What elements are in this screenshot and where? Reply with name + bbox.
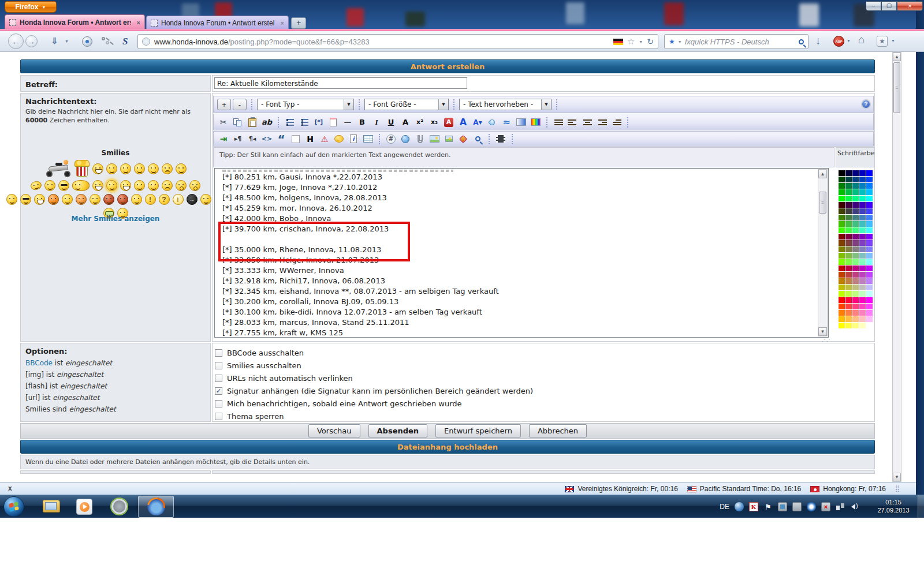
color-swatch[interactable] <box>839 323 845 328</box>
cry-smiley-icon[interactable] <box>162 163 173 174</box>
steam-tray-icon[interactable] <box>735 502 744 511</box>
submit-button[interactable]: Absenden <box>368 424 428 437</box>
scrollbar-thumb[interactable]: ≡ <box>819 192 826 214</box>
color-swatch[interactable] <box>839 291 845 297</box>
color-swatch[interactable] <box>866 291 873 297</box>
color-swatch[interactable] <box>845 227 852 233</box>
lol2-smiley-icon[interactable] <box>34 194 45 205</box>
more-smilies-link[interactable]: Mehr Smilies anzeigen <box>20 215 211 223</box>
tongue-smiley-icon[interactable] <box>176 163 187 174</box>
arrow-smiley-icon[interactable]: → <box>187 194 198 205</box>
offtopic-icon[interactable] <box>333 133 345 145</box>
color-swatch[interactable] <box>839 189 845 195</box>
color-swatch[interactable] <box>852 272 859 278</box>
gradient-icon[interactable] <box>515 117 527 128</box>
color-swatch[interactable] <box>839 285 845 290</box>
color-swatch[interactable] <box>852 177 859 182</box>
color-swatch[interactable] <box>852 246 859 252</box>
cheer-smiley-icon[interactable] <box>92 163 103 174</box>
italic-icon[interactable]: I <box>370 117 383 128</box>
align-right-icon[interactable] <box>595 117 608 128</box>
popcorn-smiley-icon[interactable] <box>74 160 90 177</box>
search-engine-caret-icon[interactable]: ▼ <box>678 40 682 44</box>
color-swatch[interactable] <box>845 291 852 297</box>
url-icon[interactable] <box>399 133 412 145</box>
exclaim-smiley-icon[interactable]: ! <box>145 194 156 205</box>
cool2-smiley-icon[interactable] <box>20 194 31 205</box>
color-swatch[interactable] <box>839 221 845 227</box>
color-swatch[interactable] <box>845 183 852 189</box>
color-swatch[interactable] <box>866 253 873 259</box>
smirk-smiley-icon[interactable] <box>148 163 159 174</box>
crush-smiley-icon[interactable] <box>29 180 42 191</box>
color-swatch[interactable] <box>866 272 873 278</box>
back-button[interactable]: ← <box>8 33 24 49</box>
insert-exit-icon[interactable]: ⇥ <box>217 133 230 145</box>
color-swatch[interactable] <box>839 246 845 252</box>
no-autolink-checkbox[interactable] <box>215 375 222 382</box>
home-button[interactable]: ⌂ <box>858 33 865 46</box>
color-swatch[interactable] <box>845 170 852 176</box>
bookmarks-caret-icon[interactable]: ▼ <box>891 39 895 43</box>
thumbdown-smiley-icon[interactable] <box>134 163 145 174</box>
taskbar-clock[interactable]: 01:15 27.09.2013 <box>871 498 916 514</box>
color-swatch[interactable] <box>852 323 859 328</box>
color-swatch[interactable] <box>866 189 873 195</box>
color-swatch[interactable] <box>859 316 866 322</box>
color-swatch[interactable] <box>845 253 852 259</box>
color-swatch[interactable] <box>839 272 845 278</box>
bbcode-off-checkbox[interactable] <box>215 349 222 357</box>
color-swatch[interactable] <box>845 189 852 195</box>
firefox-menu-button[interactable]: Firefox ▼ <box>5 1 57 13</box>
color-swatch[interactable] <box>845 208 852 214</box>
color-swatch[interactable] <box>866 170 873 176</box>
font-color-icon[interactable]: A <box>442 117 455 128</box>
color-swatch[interactable] <box>839 259 845 265</box>
underline-icon[interactable]: U <box>385 117 397 128</box>
textarea-scrollbar[interactable]: ▲ ≡ ▼ <box>818 169 828 336</box>
antivirus-tray-icon[interactable]: K <box>749 502 758 511</box>
scroll-down-icon[interactable]: ▼ <box>818 327 827 336</box>
color-swatch[interactable] <box>839 240 845 246</box>
color-swatch[interactable] <box>866 183 873 189</box>
color-swatch[interactable] <box>839 304 845 309</box>
align-indent-icon[interactable] <box>610 117 623 128</box>
reload-icon[interactable]: ↻ <box>647 37 654 46</box>
subscript-icon[interactable]: x₂ <box>428 117 441 128</box>
new-tab-button[interactable]: + <box>291 17 306 29</box>
color-swatch[interactable] <box>839 183 845 189</box>
color-swatch[interactable] <box>859 246 866 252</box>
code-icon[interactable]: <> <box>260 133 273 145</box>
text-highlight-select[interactable]: - Text hervorheben -▼ <box>459 99 552 110</box>
help-icon[interactable]: ? <box>861 99 871 109</box>
strike-icon[interactable]: A <box>399 117 412 128</box>
color-swatch[interactable] <box>866 208 873 214</box>
color-swatch[interactable] <box>839 227 845 233</box>
mad-smiley-icon[interactable] <box>48 194 59 205</box>
razz-smiley-icon[interactable] <box>62 194 73 205</box>
color-swatch[interactable] <box>859 240 866 246</box>
superscript-icon[interactable]: x² <box>413 117 426 128</box>
color-swatch[interactable] <box>852 304 859 309</box>
search-go-icon[interactable] <box>799 39 804 44</box>
spoiler-icon[interactable] <box>289 133 302 145</box>
sad-smiley-icon[interactable] <box>162 180 173 191</box>
color-swatch[interactable] <box>839 208 845 214</box>
color-swatch[interactable] <box>845 316 852 322</box>
downthemall-icon[interactable]: ⇓ <box>51 36 58 46</box>
bookmarks-panel-button[interactable]: ★ <box>877 36 888 47</box>
volume-tray-icon[interactable] <box>850 502 859 511</box>
show-desktop-button[interactable] <box>918 495 924 518</box>
align-left-icon[interactable] <box>567 117 579 128</box>
color-swatch[interactable] <box>845 304 852 309</box>
adblock-plus-icon[interactable]: ABP <box>833 36 844 47</box>
color-swatch[interactable] <box>839 170 845 176</box>
color-swatch[interactable] <box>852 170 859 176</box>
scooter-smiley-icon[interactable] <box>45 160 72 177</box>
heading-icon[interactable]: H <box>304 133 316 145</box>
search-input[interactable]: Ixquick HTTPS - Deutsch <box>685 38 796 46</box>
font-size-small-icon[interactable]: A▾ <box>471 117 484 128</box>
confused-smiley-icon[interactable] <box>6 194 17 205</box>
scroll-up-icon[interactable]: ▲ <box>893 53 901 61</box>
color-swatch[interactable] <box>859 170 866 176</box>
